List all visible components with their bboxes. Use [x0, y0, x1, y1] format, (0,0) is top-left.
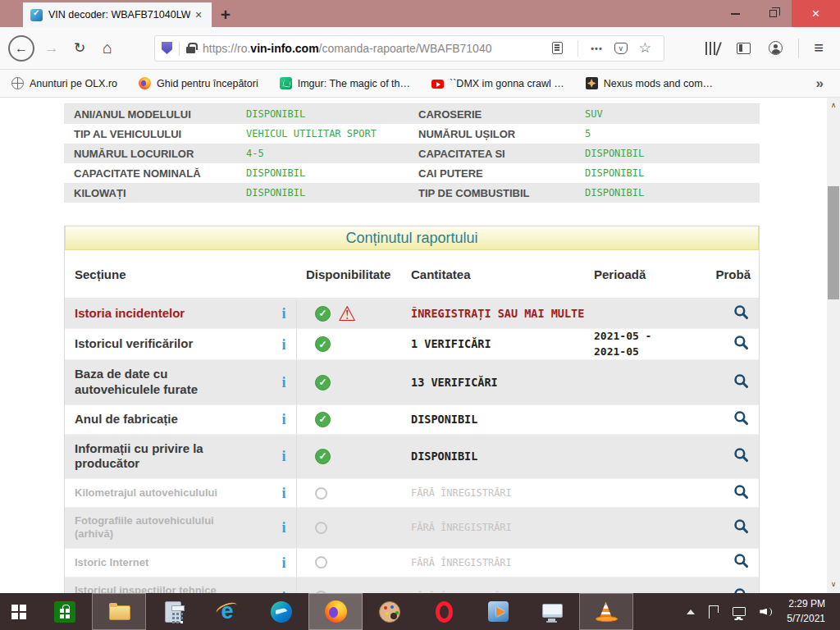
spec-label: CAPACITATE NOMINALĂ	[64, 167, 246, 180]
reader-mode-icon[interactable]	[552, 42, 563, 54]
clock-date: 5/7/2021	[787, 612, 825, 626]
magnifier-icon[interactable]	[733, 335, 749, 354]
close-button[interactable]: ×	[792, 0, 840, 27]
section-name: Istoria incidentelor	[65, 299, 249, 328]
column-header-section: Secțiune	[65, 267, 272, 281]
magnifier-icon[interactable]	[733, 410, 749, 429]
spec-value: DISPONIBIL	[246, 167, 409, 179]
spec-label: NUMĂRUL UȘILOR	[409, 128, 585, 140]
taskbar-clock[interactable]: 2:29 PM 5/7/2021	[787, 597, 832, 626]
scroll-up-icon[interactable]: ∧	[827, 99, 840, 111]
volume-icon[interactable]	[760, 606, 773, 618]
column-header-period: Perioadă	[594, 267, 713, 281]
info-icon[interactable]	[281, 555, 285, 570]
url-bar[interactable]: https://ro.vin-info.com/comanda-rapoarte…	[154, 35, 664, 62]
section-name: Istoricul verificărilor	[65, 330, 249, 358]
info-cell	[272, 375, 296, 390]
info-icon[interactable]	[281, 486, 285, 500]
magnifier-icon[interactable]	[733, 518, 749, 537]
vlc-taskbar-button[interactable]	[579, 593, 633, 630]
bookmark-star-icon[interactable]: ☆	[639, 39, 651, 57]
back-button[interactable]: ←	[8, 35, 34, 62]
taskmgr-taskbar-button[interactable]	[525, 593, 579, 630]
network-icon[interactable]	[733, 607, 746, 616]
calc-icon	[165, 601, 181, 623]
ie-taskbar-button[interactable]	[200, 593, 254, 630]
sample-cell	[713, 587, 760, 593]
desktop: VIN decoder: WBAFB71040LW4 × + × ← → ↻ ⌂…	[0, 0, 840, 630]
availability-cell	[296, 508, 411, 548]
vehicle-spec-table: ANI/ANUL MODELULUIDISPONIBILCAROSERIESUV…	[64, 104, 760, 203]
bookmark-item[interactable]: Nexus mods and com…	[586, 77, 713, 89]
minimize-button[interactable]	[716, 0, 754, 27]
report-row: Istoric InternetFĂRĂ ÎNREGISTRĂRI	[65, 548, 759, 577]
tab-close-icon[interactable]: ×	[190, 7, 207, 23]
paint-taskbar-button[interactable]	[363, 593, 417, 630]
start-taskbar-button[interactable]	[0, 593, 38, 630]
magnifier-icon[interactable]	[733, 553, 749, 572]
report-row: Anul de fabricațieDISPONIBIL	[65, 404, 759, 434]
spec-value: DISPONIBIL	[585, 148, 760, 159]
empty-circle-icon	[315, 556, 327, 568]
info-cell	[272, 337, 296, 352]
info-icon[interactable]	[281, 306, 285, 321]
pocket-icon[interactable]: ∨	[614, 43, 628, 54]
explorer-taskbar-button[interactable]	[92, 593, 146, 630]
store-taskbar-button[interactable]	[38, 593, 92, 630]
action-center-flag-icon[interactable]	[709, 605, 719, 613]
quantity-value: 13 VERIFICĂRI	[411, 375, 594, 390]
availability-cell	[296, 578, 411, 593]
tab-title: VIN decoder: WBAFB71040LW4	[48, 9, 190, 21]
firefox-taskbar-button[interactable]	[308, 593, 363, 630]
wmp-taskbar-button[interactable]	[471, 593, 525, 630]
new-tab-button[interactable]: +	[212, 2, 240, 27]
home-button[interactable]: ⌂	[94, 34, 121, 62]
restore-button[interactable]	[754, 0, 792, 27]
edge-taskbar-button[interactable]	[254, 593, 308, 630]
browser-tab[interactable]: VIN decoder: WBAFB71040LW4 ×	[23, 2, 212, 27]
info-icon[interactable]	[281, 520, 285, 535]
info-icon[interactable]	[281, 590, 285, 593]
magnifier-icon[interactable]	[733, 304, 749, 323]
forward-button[interactable]: →	[38, 34, 66, 62]
windows-taskbar: 2:29 PM 5/7/2021	[0, 593, 840, 630]
bookmark-item[interactable]: Ghid pentru începători	[139, 77, 258, 89]
reload-button[interactable]: ↻	[66, 34, 94, 62]
bookmark-item[interactable]: Imgur: The magic of th…	[280, 77, 410, 89]
sample-cell	[713, 518, 760, 537]
opera-taskbar-button[interactable]	[417, 593, 471, 630]
info-icon[interactable]	[281, 412, 285, 427]
magnifier-icon[interactable]	[733, 587, 749, 593]
info-icon[interactable]	[281, 449, 285, 463]
bookmark-item[interactable]: Anunturi pe OLX.ro	[11, 77, 117, 89]
info-icon[interactable]	[281, 375, 285, 390]
library-icon[interactable]	[705, 42, 719, 55]
scroll-down-icon[interactable]: ∨	[827, 578, 840, 590]
menu-icon[interactable]: ≡	[814, 39, 824, 57]
lock-icon[interactable]	[186, 47, 195, 53]
bookmark-item[interactable]: ``DMX im gonna crawl …	[431, 78, 564, 89]
account-icon[interactable]	[769, 41, 783, 55]
calc-taskbar-button[interactable]	[146, 593, 200, 630]
window-titlebar: VIN decoder: WBAFB71040LW4 × + ×	[0, 0, 840, 27]
magnifier-icon[interactable]	[733, 373, 749, 392]
bookmark-label: Imgur: The magic of th…	[298, 78, 410, 89]
report-row: Fotografiile autovehiculului (arhivă)FĂR…	[65, 507, 759, 548]
quantity-value: DISPONIBIL	[411, 412, 594, 427]
check-circle-icon	[315, 375, 331, 390]
tracking-protection-shield-icon[interactable]	[162, 42, 172, 54]
bookmarks-overflow-icon[interactable]: »	[816, 75, 829, 92]
report-row: Istoricul inspecțiilor tehnice periodice…	[65, 577, 759, 593]
magnifier-icon[interactable]	[733, 447, 749, 466]
sidebar-icon[interactable]	[737, 43, 751, 54]
spec-value: DISPONIBIL	[246, 108, 409, 120]
magnifier-icon[interactable]	[733, 484, 749, 503]
page-scrollbar[interactable]: ∧ ∨	[827, 98, 840, 593]
info-icon[interactable]	[281, 337, 285, 352]
spec-row: ANI/ANUL MODELULUIDISPONIBILCAROSERIESUV	[64, 104, 760, 124]
minimize-icon	[731, 13, 740, 15]
page-actions-icon[interactable]: •••	[591, 43, 603, 53]
scrollbar-thumb[interactable]	[828, 186, 839, 299]
tray-expand-icon[interactable]	[687, 609, 695, 614]
bookmark-label: Nexus mods and com…	[604, 78, 713, 89]
